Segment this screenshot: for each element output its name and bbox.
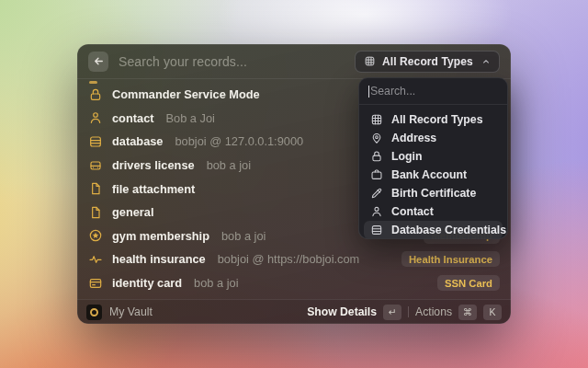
k-key-hint: K [483, 305, 502, 320]
text-cursor [368, 86, 369, 98]
record-type-badge: SSN Card [437, 275, 500, 291]
server-icon [370, 224, 383, 236]
record-type-option[interactable]: Contact [364, 202, 503, 221]
dropdown-search-input[interactable]: Search... [359, 78, 507, 105]
record-type-option[interactable]: Birth Certificate [364, 184, 503, 202]
grid-icon [370, 113, 383, 126]
back-button[interactable] [88, 52, 108, 72]
person-icon [370, 205, 383, 218]
filter-label: All Record Types [382, 55, 473, 68]
enter-key-hint: ↵ [383, 305, 401, 320]
search-header: Search your records... All Record Types [77, 44, 511, 79]
footer-divider [408, 306, 409, 317]
record-type-option[interactable]: Login [364, 147, 503, 166]
card-icon [88, 276, 103, 291]
record-row[interactable]: identity card bob a joi SSN Card [77, 271, 511, 295]
desktop-background: Search your records... All Record Types … [0, 0, 588, 368]
pulse-icon [88, 252, 103, 267]
map-pin-icon [370, 132, 383, 144]
lock-icon [88, 87, 103, 102]
cmd-key-hint: ⌘ [458, 305, 477, 320]
footer-bar: My Vault Show Details ↵ Actions ⌘ K [77, 299, 511, 324]
record-type-badge: Health Insurance [401, 251, 500, 267]
record-type-option[interactable]: All Record Types [364, 110, 503, 129]
star-circle-icon [88, 228, 103, 243]
search-input[interactable]: Search your records... [119, 54, 355, 69]
arrow-left-icon [93, 55, 105, 67]
record-type-option[interactable]: Database Credentials [364, 221, 503, 239]
show-details-button[interactable]: Show Details [307, 305, 377, 318]
record-type-filter-button[interactable]: All Record Types [355, 51, 500, 73]
grid-icon [364, 55, 376, 67]
pen-icon [370, 187, 383, 200]
record-type-option[interactable]: Address [364, 129, 503, 147]
record-type-option[interactable]: Bank Account [364, 166, 503, 184]
car-icon [88, 158, 103, 173]
record-type-dropdown: Search... All Record Types Address Login… [358, 77, 508, 239]
record-row[interactable]: health insurance bobjoi @ https://bobjoi… [77, 247, 511, 271]
person-icon [88, 110, 103, 125]
file-icon [88, 181, 103, 196]
actions-button[interactable]: Actions [415, 305, 452, 318]
lock-icon [370, 150, 383, 163]
vault-app-icon [86, 305, 102, 320]
server-icon [88, 134, 103, 149]
vault-name: My Vault [109, 305, 153, 318]
file-icon [88, 205, 103, 220]
chevron-up-icon [481, 57, 491, 66]
briefcase-icon [370, 168, 383, 181]
record-type-options: All Record Types Address Login Bank Acco… [359, 105, 507, 239]
vault-search-window: Search your records... All Record Types … [77, 44, 511, 324]
